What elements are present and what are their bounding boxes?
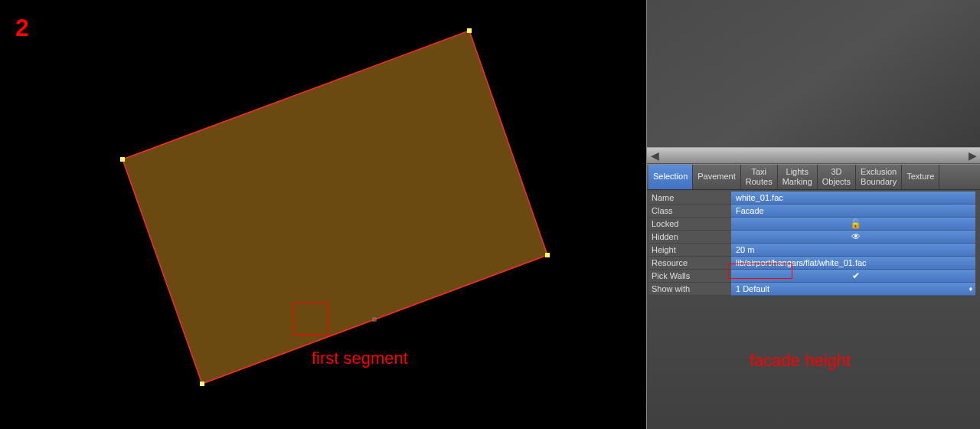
hidden-toggle[interactable]: 👁: [731, 231, 975, 244]
prop-label: Show with: [648, 283, 731, 296]
panel-preview-area: ◀ ▶: [647, 0, 980, 164]
pick-walls-toggle[interactable]: ✔: [731, 270, 975, 283]
prop-row-name: Name white_01.fac: [648, 192, 975, 205]
resource-field[interactable]: lib/airport/hangars/flat/white_01.fac: [731, 257, 975, 270]
tab-selection[interactable]: Selection: [648, 165, 693, 189]
check-icon: ✔: [852, 270, 860, 281]
polygon-vertex[interactable]: [120, 157, 125, 162]
polygon-vertex[interactable]: [545, 253, 550, 257]
polygon-shape[interactable]: [122, 31, 547, 384]
tab-taxi-routes[interactable]: TaxiRoutes: [741, 165, 778, 189]
show-with-select[interactable]: 1 Default ♦: [731, 283, 975, 296]
first-segment-handle[interactable]: [373, 318, 377, 322]
prop-row-pick-walls: Pick Walls ✔: [648, 270, 975, 283]
class-field[interactable]: Facade: [731, 205, 975, 218]
annotation-facade-height: facade height: [750, 351, 851, 371]
tab-exclusion-boundary[interactable]: ExclusionBoundary: [856, 165, 902, 189]
editor-viewport[interactable]: 2 first segment: [0, 0, 646, 429]
eye-icon: 👁: [851, 231, 861, 242]
prop-label: Pick Walls: [648, 270, 731, 283]
prop-label: Height: [648, 244, 731, 257]
prop-row-show-with: Show with 1 Default ♦: [648, 283, 975, 296]
scroll-track[interactable]: [662, 148, 965, 163]
tab-bar: Selection Pavement TaxiRoutes LightsMark…: [647, 164, 980, 190]
name-field[interactable]: white_01.fac: [731, 192, 975, 205]
prop-row-hidden: Hidden 👁: [648, 231, 975, 244]
prop-row-height: Height 20 m: [648, 244, 975, 257]
first-segment-highlight: [293, 303, 328, 335]
tab-texture[interactable]: Texture: [902, 165, 939, 189]
step-number-2: 2: [15, 14, 29, 42]
prop-label: Class: [648, 205, 731, 218]
prop-label: Resource: [648, 257, 731, 270]
facade-polygon[interactable]: [57, 31, 555, 391]
scroll-right-icon[interactable]: ▶: [965, 148, 980, 163]
scroll-left-icon[interactable]: ◀: [647, 148, 662, 163]
properties-table: Name white_01.fac Class Facade Locked 🔓 …: [647, 190, 980, 296]
tab-lights-marking[interactable]: LightsMarking: [778, 165, 818, 189]
lock-icon: 🔓: [850, 218, 861, 229]
annotation-first-segment: first segment: [312, 349, 408, 368]
height-field[interactable]: 20 m: [731, 244, 975, 257]
prop-row-resource: Resource lib/airport/hangars/flat/white_…: [648, 257, 975, 270]
dropdown-icon: ♦: [969, 285, 972, 293]
prop-row-locked: Locked 🔓: [648, 218, 975, 231]
locked-toggle[interactable]: 🔓: [731, 218, 975, 231]
prop-label: Name: [648, 192, 731, 205]
properties-panel: 3 ◀ ▶ Selection Pavement TaxiRoutes Ligh…: [646, 0, 980, 429]
tab-3d-objects[interactable]: 3DObjects: [818, 165, 856, 189]
tab-pavement[interactable]: Pavement: [693, 165, 741, 189]
prop-label: Hidden: [648, 231, 731, 244]
horizontal-scrollbar[interactable]: ◀ ▶: [647, 147, 980, 164]
prop-label: Locked: [648, 218, 731, 231]
prop-row-class: Class Facade: [648, 205, 975, 218]
polygon-vertex[interactable]: [200, 382, 204, 386]
polygon-vertex[interactable]: [467, 28, 472, 33]
